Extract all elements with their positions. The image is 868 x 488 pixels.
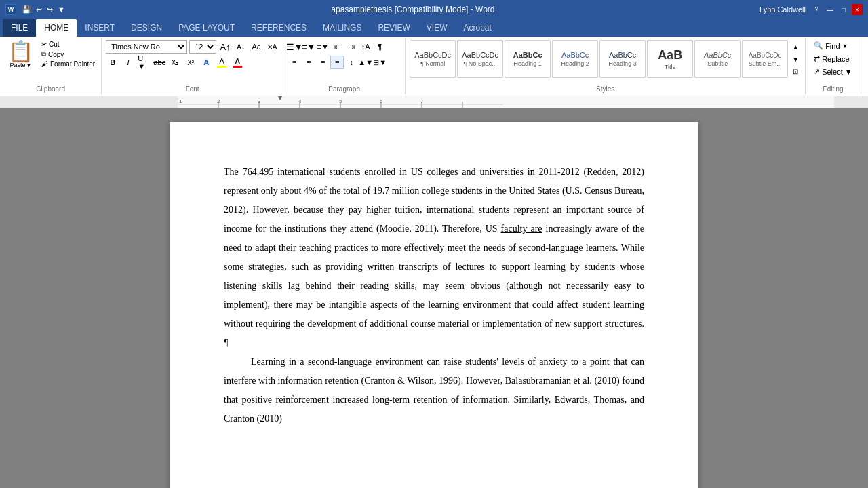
styles-scroll-up[interactable]: ▲	[790, 41, 801, 52]
align-right-button[interactable]: ≡	[316, 56, 330, 69]
paragraph-2: Learning in a second-language environmen…	[224, 352, 644, 428]
svg-text:7: 7	[420, 98, 424, 104]
format-painter-button[interactable]: 🖌 Format Painter	[39, 60, 97, 68]
bullet-list-button[interactable]: ☰▼	[288, 40, 301, 54]
font-row-1: Times New Ro 12 A↑ A↓ Aa ✕A	[106, 40, 279, 54]
increase-indent-button[interactable]: ⇥	[344, 40, 358, 54]
style-heading3-button[interactable]: AaBbCc Heading 3	[599, 40, 646, 78]
cut-label: Cut	[49, 41, 60, 48]
quick-access-dropdown[interactable]: ▼	[56, 5, 66, 14]
copy-button[interactable]: ⧉ Copy	[39, 49, 97, 59]
tab-view[interactable]: VIEW	[418, 19, 456, 37]
format-painter-icon: 🖌	[41, 60, 48, 68]
replace-icon: ⇄	[814, 54, 820, 63]
font-name-select[interactable]: Times New Ro	[106, 40, 187, 54]
tab-references[interactable]: REFERENCES	[243, 19, 315, 37]
underline-button[interactable]: U ▼	[137, 56, 151, 69]
shading-button[interactable]: ▲▼	[359, 56, 372, 69]
align-left-button[interactable]: ≡	[288, 56, 301, 69]
clipboard-small-buttons: ✂ Cut ⧉ Copy 🖌 Format Painter	[39, 40, 97, 68]
editing-group: 🔍 Find ▼ ⇄ Replace ↗ Select ▼ Editing	[806, 38, 861, 94]
tab-file[interactable]: FILE	[3, 19, 36, 37]
underlined-text-faculty-are: faculty are	[501, 224, 542, 234]
copy-icon: ⧉	[41, 50, 46, 58]
minimize-button[interactable]: —	[825, 4, 835, 15]
clear-format-button[interactable]: ✕A	[265, 40, 279, 54]
para-row-1: ☰▼ ≡▼ ≡▼ ⇤ ⇥ ↕A ¶	[288, 40, 387, 54]
bold-button[interactable]: B	[106, 56, 119, 69]
tab-design[interactable]: DESIGN	[123, 19, 170, 37]
style-subtitle-button[interactable]: AaBbCc Subtitle	[694, 40, 741, 78]
style-title-button[interactable]: AaB Title	[647, 40, 693, 78]
increase-font-button[interactable]: A↑	[218, 40, 232, 54]
find-button[interactable]: 🔍 Find ▼	[810, 40, 852, 52]
align-center-button[interactable]: ≡	[302, 56, 315, 69]
save-button[interactable]: 💾	[20, 5, 33, 14]
text-effects-button[interactable]: A	[199, 56, 213, 69]
superscript-button[interactable]: X²	[184, 56, 197, 69]
style-normal-preview: AaBbCcDc	[414, 51, 451, 59]
show-hide-button[interactable]: ¶	[373, 40, 387, 54]
cut-button[interactable]: ✂ Cut	[39, 40, 97, 49]
tab-insert[interactable]: INSERT	[77, 19, 123, 37]
paragraph-1: The 764,495 international students enrol…	[224, 163, 644, 352]
svg-marker-16	[278, 96, 282, 100]
select-button[interactable]: ↗ Select ▼	[810, 66, 856, 77]
numbered-list-button[interactable]: ≡▼	[302, 40, 315, 54]
ribbon-content: 📋 Paste ▼ ✂ Cut ⧉ Copy 🖌 Format Painter	[0, 37, 868, 96]
tab-review[interactable]: REVIEW	[370, 19, 418, 37]
tab-home[interactable]: HOME	[36, 19, 77, 37]
replace-button[interactable]: ⇄ Replace	[810, 53, 853, 64]
replace-label: Replace	[822, 55, 849, 63]
font-label: Font	[106, 84, 279, 93]
multilevel-list-button[interactable]: ≡▼	[316, 40, 330, 54]
font-group: Times New Ro 12 A↑ A↓ Aa ✕A B I U ▼ abc …	[102, 38, 283, 94]
styles-scroll-down[interactable]: ▼	[790, 54, 801, 64]
styles-scroll-buttons: ▲ ▼ ⊡	[790, 40, 801, 78]
font-color-icon: A	[235, 57, 240, 65]
style-h1-label: Heading 1	[514, 60, 542, 67]
title-bar: W 💾 ↩ ↪ ▼ apasamplethesis [Compatibility…	[0, 0, 868, 19]
maximize-button[interactable]: □	[838, 4, 849, 15]
italic-button[interactable]: I	[121, 56, 135, 69]
find-label: Find	[825, 42, 840, 50]
word-icon: W	[5, 4, 16, 15]
style-heading2-button[interactable]: AaBbCc Heading 2	[552, 40, 598, 78]
style-heading1-button[interactable]: AaBbCc Heading 1	[505, 40, 551, 78]
ribbon: FILE HOME INSERT DESIGN PAGE LAYOUT REFE…	[0, 19, 868, 96]
borders-button[interactable]: ⊞▼	[373, 56, 387, 69]
strikethrough-button[interactable]: abc	[153, 56, 166, 69]
tab-page-layout[interactable]: PAGE LAYOUT	[170, 19, 243, 37]
style-normal-label: ¶ Normal	[420, 60, 445, 67]
style-subtle-button[interactable]: AaBbCcDc Subtle Em...	[742, 40, 788, 78]
decrease-font-button[interactable]: A↓	[234, 40, 248, 54]
tab-mailings[interactable]: MAILINGS	[315, 19, 370, 37]
style-title-label: Title	[665, 64, 676, 70]
font-color-button[interactable]: A	[231, 56, 244, 69]
styles-expand[interactable]: ⊡	[790, 66, 801, 77]
tab-acrobat[interactable]: Acrobat	[455, 19, 499, 37]
style-normal-button[interactable]: AaBbCcDc ¶ Normal	[410, 40, 456, 78]
justify-button[interactable]: ≡	[330, 56, 344, 69]
line-spacing-button[interactable]: ↕	[344, 56, 358, 69]
ruler-right-margin	[834, 96, 868, 108]
window-title: apasamplethesis [Compatibility Mode] - W…	[66, 5, 760, 14]
style-nospace-button[interactable]: AaBbCcDc ¶ No Spac...	[457, 40, 503, 78]
subscript-button[interactable]: X₂	[168, 56, 182, 69]
decrease-indent-button[interactable]: ⇤	[330, 40, 344, 54]
styles-label: Styles	[410, 84, 801, 93]
select-label: Select ▼	[822, 68, 852, 76]
style-h3-preview: AaBbCc	[609, 51, 636, 59]
change-case-button[interactable]: Aa	[250, 40, 263, 54]
sort-button[interactable]: ↕A	[359, 40, 372, 54]
text-highlight-button[interactable]: A	[215, 56, 229, 69]
close-button[interactable]: ×	[852, 4, 863, 15]
paste-button[interactable]: 📋 Paste ▼	[4, 40, 37, 70]
font-size-select[interactable]: 12	[189, 40, 216, 54]
paste-icon: 📋	[8, 41, 33, 62]
redo-button[interactable]: ↪	[45, 5, 54, 14]
undo-button[interactable]: ↩	[35, 5, 43, 14]
copy-label: Copy	[48, 51, 64, 58]
document-area[interactable]: The 764,495 international students enrol…	[0, 108, 868, 488]
help-button[interactable]: ?	[811, 4, 822, 15]
